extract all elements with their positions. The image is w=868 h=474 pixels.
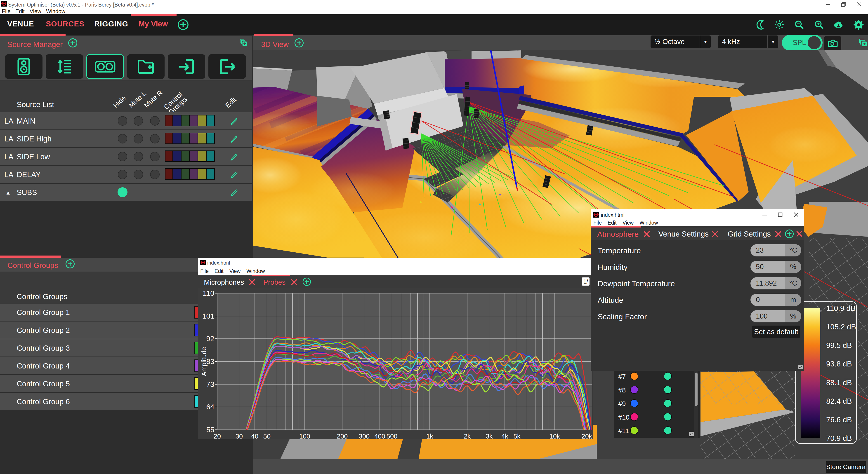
svg-text:30: 30 <box>236 433 243 439</box>
svg-text:40: 40 <box>251 433 258 439</box>
svg-text:1k: 1k <box>426 433 433 439</box>
svg-text:300: 300 <box>359 433 370 439</box>
svg-text:20k: 20k <box>582 433 592 439</box>
svg-text:10k: 10k <box>550 433 560 439</box>
svg-text:100: 100 <box>299 433 310 439</box>
svg-text:55: 55 <box>206 425 214 434</box>
svg-text:50: 50 <box>264 433 271 439</box>
svg-text:4k: 4k <box>501 433 508 439</box>
svg-text:73: 73 <box>206 380 214 388</box>
svg-text:2k: 2k <box>464 433 471 439</box>
svg-text:400: 400 <box>374 433 385 439</box>
svg-text:64: 64 <box>206 403 214 411</box>
svg-text:500: 500 <box>386 433 397 439</box>
svg-text:5k: 5k <box>514 433 521 439</box>
svg-text:110: 110 <box>203 289 214 297</box>
svg-text:101: 101 <box>202 312 214 320</box>
svg-text:3k: 3k <box>486 433 493 439</box>
svg-text:92: 92 <box>206 335 214 343</box>
svg-text:Amplitude: Amplitude <box>200 347 208 376</box>
svg-text:20: 20 <box>214 433 221 439</box>
svg-text:200: 200 <box>337 433 348 439</box>
